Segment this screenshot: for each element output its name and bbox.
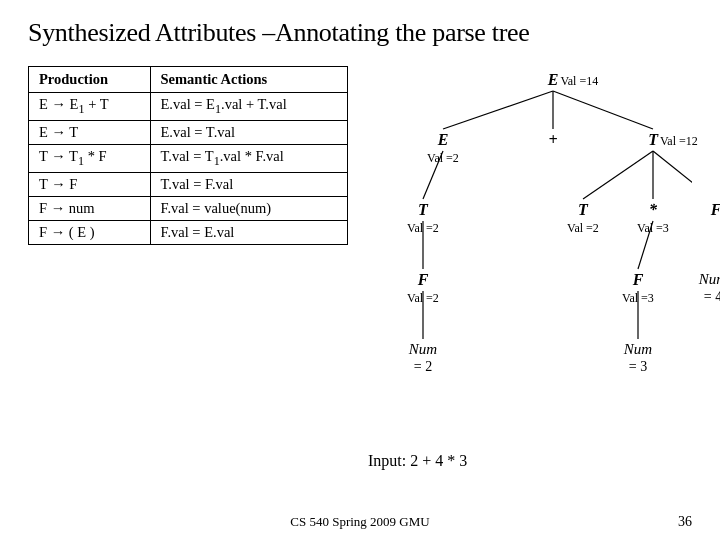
table-row: T → T1 * FT.val = T1.val * F.val — [29, 144, 348, 172]
table-row: F → ( E )F.val = E.val — [29, 220, 348, 244]
tree-node-T_right: TVal =12 — [633, 131, 713, 149]
tree-svg — [358, 66, 692, 446]
tree-node-star: *Val =3 — [633, 201, 673, 236]
action-cell: T.val = T1.val * F.val — [150, 144, 348, 172]
action-cell: F.val = value(num) — [150, 196, 348, 220]
col-production: Production — [29, 67, 151, 93]
svg-line-4 — [583, 151, 653, 199]
svg-line-6 — [653, 151, 692, 199]
production-cell: F → num — [29, 196, 151, 220]
tree-node-F_rl: FVal =3 — [618, 271, 658, 306]
action-cell: E.val = T.val — [150, 120, 348, 144]
tree-node-Num4: Num= 4 — [693, 271, 720, 305]
tree-node-plus: + — [533, 131, 573, 149]
footer-course: CS 540 Spring 2009 GMU — [290, 514, 429, 530]
tree-node-Num3: Num= 3 — [618, 341, 658, 375]
action-cell: T.val = F.val — [150, 172, 348, 196]
svg-line-2 — [553, 91, 653, 129]
production-cell: E → E1 + T — [29, 93, 151, 121]
tree-node-T_rl: TVal =2 — [563, 201, 603, 236]
input-label: Input: 2 + 4 * 3 — [368, 452, 692, 470]
production-cell: E → T — [29, 120, 151, 144]
tree-node-E_left: EVal =2 — [423, 131, 463, 166]
table-row: E → TE.val = T.val — [29, 120, 348, 144]
col-semantic: Semantic Actions — [150, 67, 348, 93]
table-row: T → FT.val = F.val — [29, 172, 348, 196]
page-title: Synthesized Attributes –Annotating the p… — [28, 18, 692, 48]
action-cell: F.val = E.val — [150, 220, 348, 244]
svg-line-0 — [443, 91, 553, 129]
footer-page: 36 — [678, 514, 692, 530]
production-cell: F → ( E ) — [29, 220, 151, 244]
tree-node-E_root: EVal =14 — [533, 71, 613, 89]
tree-node-F_ll: FVal =2 — [403, 271, 443, 306]
tree-node-Num2: Num= 2 — [403, 341, 443, 375]
page: Synthesized Attributes –Annotating the p… — [0, 0, 720, 540]
table-row: F → numF.val = value(num) — [29, 196, 348, 220]
parse-tree: EVal =14EVal =2+TVal =12TVal =2TVal =2*V… — [358, 66, 692, 446]
action-cell: E.val = E1.val + T.val — [150, 93, 348, 121]
table-row: E → E1 + TE.val = E1.val + T.val — [29, 93, 348, 121]
tree-node-T_ll: TVal =2 — [403, 201, 443, 236]
tree-node-F_star: FVal =4 — [693, 201, 720, 219]
production-cell: T → T1 * F — [29, 144, 151, 172]
main-content: Production Semantic Actions E → E1 + TE.… — [28, 66, 692, 446]
footer: CS 540 Spring 2009 GMU — [0, 514, 720, 530]
production-cell: T → F — [29, 172, 151, 196]
production-table: Production Semantic Actions E → E1 + TE.… — [28, 66, 348, 245]
input-text: Input: 2 + 4 * 3 — [368, 452, 467, 469]
page-number: 36 — [678, 514, 692, 529]
